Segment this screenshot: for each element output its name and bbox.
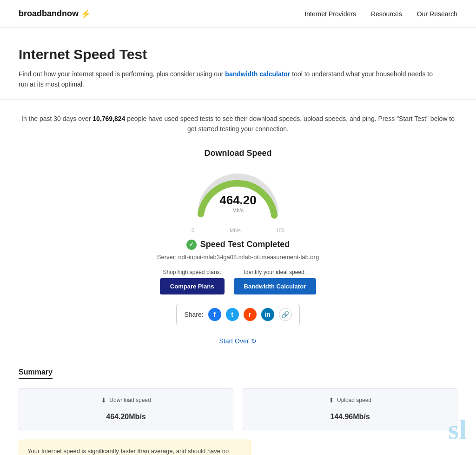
nav-internet-providers[interactable]: Internet Providers bbox=[304, 10, 356, 18]
completed-text: Speed Test Completed bbox=[200, 240, 290, 249]
nav-resources[interactable]: Resources bbox=[371, 10, 402, 18]
upload-arrow-icon: ⬆ bbox=[329, 396, 334, 404]
twitter-share-icon[interactable]: t bbox=[226, 308, 239, 321]
usage-after: people have used speed tests to see thei… bbox=[125, 115, 455, 133]
summary-title: Summary bbox=[19, 368, 53, 379]
gauge-label: Download Speed bbox=[19, 148, 457, 158]
compare-plans-group: Shop high speed plans: Compare Plans bbox=[160, 269, 225, 294]
check-circle-icon: ✓ bbox=[186, 240, 197, 250]
gauge-ticks: 0 Mb/s 100 bbox=[192, 228, 284, 233]
download-card-header: ⬇ Download speed bbox=[28, 396, 224, 404]
logo[interactable]: broadbandnow ⚡ bbox=[19, 9, 91, 19]
summary-section: Summary ⬇ Download speed 464.20Mb/s ⬆ Up… bbox=[0, 359, 476, 455]
nav-links: Internet Providers Resources Our Researc… bbox=[304, 10, 457, 18]
hero-section: Internet Speed Test Find out how your in… bbox=[0, 28, 476, 100]
hero-desc-before: Find out how your internet speed is perf… bbox=[19, 70, 225, 78]
usage-count: 10,769,824 bbox=[93, 115, 125, 122]
bandwidth-calculator-link[interactable]: bandwidth calculator bbox=[225, 70, 290, 78]
speed-unit: Mb/s bbox=[219, 207, 257, 213]
upload-card-label: Upload speed bbox=[337, 397, 371, 403]
upload-card-header: ⬆ Upload speed bbox=[252, 396, 448, 404]
usage-before: In the past 30 days over bbox=[21, 115, 93, 122]
cta-row: Shop high speed plans: Compare Plans Ide… bbox=[19, 269, 457, 294]
compare-plans-button[interactable]: Compare Plans bbox=[160, 278, 225, 294]
info-text: Your Internet speed is significantly fas… bbox=[27, 448, 231, 455]
gauge-max: 100 bbox=[276, 228, 284, 233]
navigation: broadbandnow ⚡ Internet Providers Resour… bbox=[0, 0, 476, 28]
reddit-share-icon[interactable]: r bbox=[244, 308, 257, 321]
copy-link-icon[interactable]: 🔗 bbox=[279, 308, 292, 321]
bandwidth-calc-label: Identify your ideal speed: bbox=[234, 269, 317, 275]
upload-card: ⬆ Upload speed 144.96Mb/s bbox=[243, 388, 457, 430]
upload-unit: Mb/s bbox=[353, 413, 370, 421]
usage-text: In the past 30 days over 10,769,824 peop… bbox=[19, 114, 457, 134]
bandwidth-calc-group: Identify your ideal speed: Bandwidth Cal… bbox=[234, 269, 317, 294]
start-over-link[interactable]: Start Over ↻ bbox=[219, 337, 257, 345]
share-row: Share: f t r in 🔗 bbox=[176, 304, 299, 325]
facebook-share-icon[interactable]: f bbox=[208, 308, 221, 321]
bandwidth-calculator-button[interactable]: Bandwidth Calculator bbox=[234, 278, 317, 294]
share-label: Share: bbox=[184, 311, 203, 318]
download-card-label: Download speed bbox=[109, 397, 151, 403]
speed-number: 464.20 bbox=[219, 193, 257, 207]
upload-number: 144.96 bbox=[330, 413, 353, 421]
gauge-value-display: 464.20 Mb/s bbox=[219, 193, 257, 213]
speed-test-section: In the past 30 days over 10,769,824 peop… bbox=[0, 100, 476, 359]
download-number: 464.20 bbox=[106, 413, 129, 421]
bolt-icon: ⚡ bbox=[80, 9, 91, 19]
linkedin-share-icon[interactable]: in bbox=[261, 308, 274, 321]
server-info: Server: ndt-iupui-mlab3-lga08.mlab-oti.m… bbox=[19, 254, 457, 261]
refresh-icon: ↻ bbox=[251, 337, 257, 345]
gauge-unit-label: Mb/s bbox=[230, 228, 241, 233]
page-title: Internet Speed Test bbox=[19, 47, 457, 62]
compare-plans-label: Shop high speed plans: bbox=[160, 269, 225, 275]
gauge-min: 0 bbox=[192, 228, 194, 233]
completed-row: ✓ Speed Test Completed bbox=[19, 240, 457, 250]
nav-our-research[interactable]: Our Research bbox=[417, 10, 457, 18]
hero-description: Find out how your internet speed is perf… bbox=[19, 69, 437, 90]
download-unit: Mb/s bbox=[129, 413, 145, 421]
gauge-container: 464.20 Mb/s bbox=[192, 167, 284, 220]
download-arrow-icon: ⬇ bbox=[101, 396, 106, 404]
download-card: ⬇ Download speed 464.20Mb/s bbox=[19, 388, 233, 430]
start-over-container: Start Over ↻ bbox=[19, 337, 457, 345]
upload-speed-value: 144.96Mb/s bbox=[252, 408, 448, 422]
summary-cards: ⬇ Download speed 464.20Mb/s ⬆ Upload spe… bbox=[19, 388, 457, 430]
download-speed-value: 464.20Mb/s bbox=[28, 408, 224, 422]
logo-text: broadbandnow bbox=[19, 9, 79, 19]
start-over-label: Start Over bbox=[219, 337, 249, 345]
info-box: Your Internet speed is significantly fas… bbox=[19, 440, 251, 455]
